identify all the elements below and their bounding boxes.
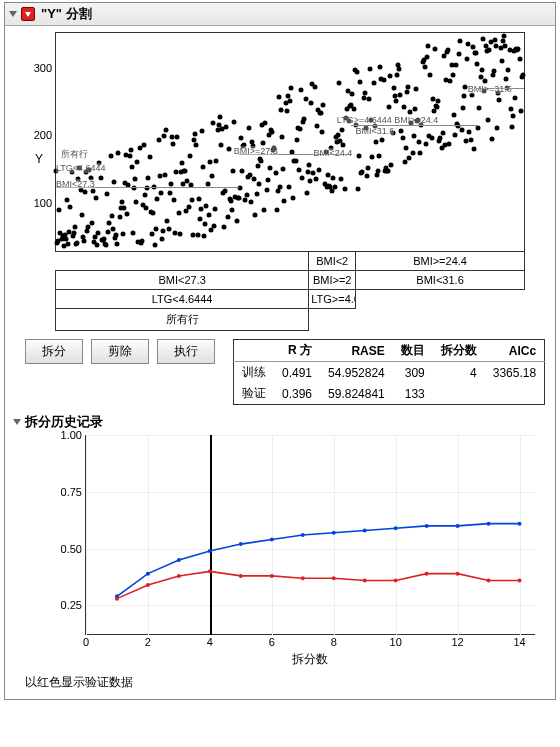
svg-point-7 bbox=[332, 531, 336, 535]
stats-cell: 0.396 bbox=[274, 383, 320, 405]
history-xtick: 8 bbox=[331, 634, 337, 648]
scatter-annotation: BMI<24.4 bbox=[313, 148, 352, 158]
stats-cell: 133 bbox=[393, 383, 433, 405]
svg-point-4 bbox=[239, 542, 243, 546]
tree-cell[interactable]: BMI<31.6 bbox=[356, 271, 525, 290]
stats-header: RASE bbox=[320, 340, 393, 362]
history-ytick: 0.25 bbox=[52, 599, 86, 611]
svg-point-2 bbox=[177, 558, 181, 562]
tree-cell[interactable]: LTG<4.6444 bbox=[56, 290, 309, 309]
svg-point-17 bbox=[208, 569, 212, 573]
history-xtick: 0 bbox=[83, 634, 89, 648]
panel-header: "Y" 分割 bbox=[5, 3, 555, 26]
scatter-plot[interactable]: 100 200 300 所有行LTG<4.6444BMI<27.3BMI>=27… bbox=[55, 32, 525, 252]
stats-header: AICc bbox=[485, 340, 545, 362]
scatter-y-label: Y bbox=[35, 152, 43, 166]
scatter-annotation: BMI>=27.3 bbox=[234, 146, 278, 156]
tree-cell[interactable]: LTG>=4.6444 bbox=[309, 290, 356, 309]
svg-point-20 bbox=[301, 576, 305, 580]
tree-cell[interactable]: BMI>=24.4 bbox=[356, 252, 525, 271]
stats-cell: 4 bbox=[433, 362, 485, 384]
stats-cell: 54.952824 bbox=[320, 362, 393, 384]
history-xtick: 4 bbox=[207, 634, 213, 648]
stats-cell bbox=[433, 383, 485, 405]
stats-cell bbox=[485, 383, 545, 405]
svg-point-10 bbox=[425, 524, 429, 528]
history-header: 拆分历史记录 bbox=[13, 413, 551, 431]
stats-table: R 方RASE数目拆分数AICc训练0.49154.95282430943365… bbox=[233, 339, 545, 405]
history-x-label: 拆分数 bbox=[85, 651, 535, 668]
stats-cell: 验证 bbox=[234, 383, 275, 405]
stats-cell: 0.491 bbox=[274, 362, 320, 384]
stats-header: R 方 bbox=[274, 340, 320, 362]
scatter-annotation: BMI<31.6 bbox=[356, 126, 395, 136]
svg-point-24 bbox=[425, 572, 429, 576]
history-xtick: 6 bbox=[269, 634, 275, 648]
svg-point-6 bbox=[301, 533, 305, 537]
disclosure-icon[interactable] bbox=[9, 11, 17, 17]
history-xtick: 2 bbox=[145, 634, 151, 648]
svg-point-23 bbox=[394, 578, 398, 582]
y-tick: 200 bbox=[26, 129, 56, 141]
scatter-annotation: LTG>=4.6444 BMI>=24.4 bbox=[337, 115, 438, 125]
tree-cell[interactable]: BMI<2 bbox=[309, 252, 356, 271]
stats-header: 数目 bbox=[393, 340, 433, 362]
scatter-annotation: BMI<27.3 bbox=[56, 179, 95, 189]
svg-point-5 bbox=[270, 538, 274, 542]
partition-panel: "Y" 分割 Y 100 200 300 所有行LTG<4.6444BMI<27… bbox=[4, 2, 556, 700]
svg-point-1 bbox=[146, 572, 150, 576]
stats-cell: 309 bbox=[393, 362, 433, 384]
svg-point-15 bbox=[146, 583, 150, 587]
prune-button[interactable]: 剪除 bbox=[91, 339, 149, 364]
tree-cell[interactable] bbox=[56, 252, 309, 271]
stats-cell: 3365.18 bbox=[485, 362, 545, 384]
y-tick: 100 bbox=[26, 197, 56, 209]
svg-point-27 bbox=[518, 578, 522, 582]
disclosure-icon[interactable] bbox=[13, 419, 21, 425]
svg-point-13 bbox=[518, 522, 522, 526]
stats-header bbox=[234, 340, 275, 362]
scatter-annotation: LTG<4.6444 bbox=[56, 163, 106, 173]
footnote: 以红色显示验证数据 bbox=[25, 674, 555, 691]
partition-tree-table[interactable]: BMI<2BMI>=24.4BMI<27.3BMI>=2BMI<31.6BMI>… bbox=[55, 252, 525, 331]
tree-cell[interactable]: BMI>=2 bbox=[309, 271, 356, 290]
svg-point-26 bbox=[487, 578, 491, 582]
history-xtick: 12 bbox=[451, 634, 463, 648]
stats-cell: 训练 bbox=[234, 362, 275, 384]
tree-cell[interactable]: 所有行 bbox=[56, 309, 309, 331]
svg-point-21 bbox=[332, 576, 336, 580]
history-ytick: 1.00 bbox=[52, 429, 86, 441]
scatter-annotation: 所有行 bbox=[61, 148, 88, 161]
svg-point-19 bbox=[270, 574, 274, 578]
stats-cell: 59.824841 bbox=[320, 383, 393, 405]
history-ytick: 0.50 bbox=[52, 543, 86, 555]
stats-header: 拆分数 bbox=[433, 340, 485, 362]
svg-point-22 bbox=[363, 578, 367, 582]
svg-point-3 bbox=[208, 549, 212, 553]
svg-point-16 bbox=[177, 574, 181, 578]
menu-dropdown-icon[interactable] bbox=[21, 7, 35, 21]
history-chart[interactable]: 0.250.500.751.0002468101214 bbox=[85, 435, 535, 635]
svg-point-25 bbox=[456, 572, 460, 576]
svg-point-18 bbox=[239, 574, 243, 578]
history-xtick: 10 bbox=[390, 634, 402, 648]
split-button[interactable]: 拆分 bbox=[25, 339, 83, 364]
tree-cell[interactable]: BMI<27.3 bbox=[56, 271, 309, 290]
svg-point-8 bbox=[363, 528, 367, 532]
svg-point-11 bbox=[456, 524, 460, 528]
panel-title: "Y" 分割 bbox=[41, 5, 92, 23]
button-row: 拆分 剪除 执行 R 方RASE数目拆分数AICc训练0.49154.95282… bbox=[25, 339, 551, 405]
y-tick: 300 bbox=[26, 62, 56, 74]
svg-point-14 bbox=[115, 597, 119, 601]
svg-point-12 bbox=[487, 522, 491, 526]
scatter-annotation: BMI>=31.6 bbox=[468, 84, 512, 94]
history-ytick: 0.75 bbox=[52, 486, 86, 498]
svg-point-9 bbox=[394, 526, 398, 530]
history-xtick: 14 bbox=[513, 634, 525, 648]
go-button[interactable]: 执行 bbox=[157, 339, 215, 364]
